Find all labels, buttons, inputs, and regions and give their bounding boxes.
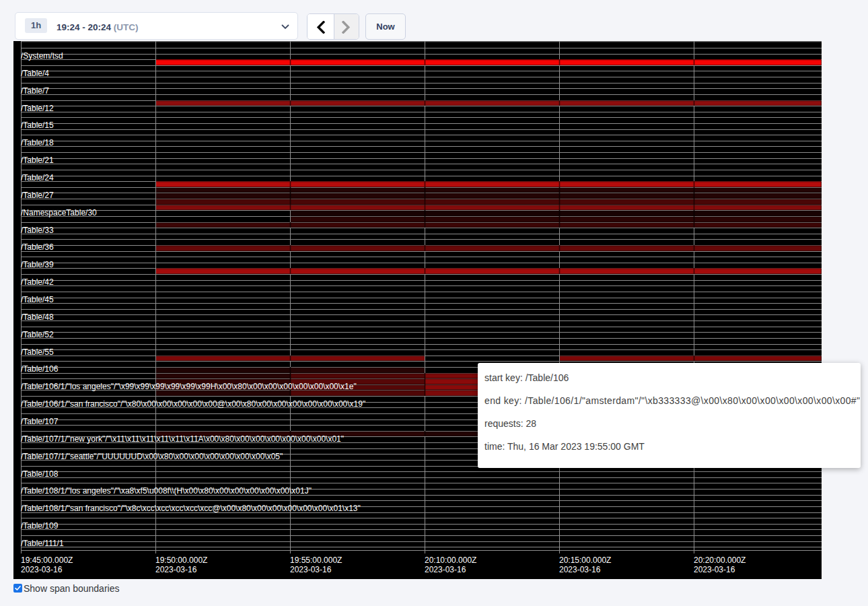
svg-text:2023-03-16: 2023-03-16 bbox=[290, 565, 332, 574]
svg-text:19:50:00.000Z: 19:50:00.000Z bbox=[155, 556, 207, 565]
svg-text:/System/tsd: /System/tsd bbox=[21, 51, 63, 61]
svg-text:/Table/106: /Table/106 bbox=[21, 364, 59, 374]
svg-text:/Table/108: /Table/108 bbox=[21, 469, 59, 479]
svg-text:/Table/48: /Table/48 bbox=[21, 312, 54, 322]
svg-text:/Table/36: /Table/36 bbox=[21, 242, 54, 252]
svg-text:/Table/33: /Table/33 bbox=[21, 226, 54, 235]
svg-text:/Table/12: /Table/12 bbox=[21, 104, 54, 113]
svg-text:/Table/21: /Table/21 bbox=[21, 156, 54, 165]
svg-text:20:15:00.000Z: 20:15:00.000Z bbox=[559, 556, 611, 565]
svg-text:19:55:00.000Z: 19:55:00.000Z bbox=[290, 556, 342, 565]
svg-text:/NamespaceTable/30: /NamespaceTable/30 bbox=[21, 208, 97, 217]
svg-text:/Table/106/1/"san francisco"/": /Table/106/1/"san francisco"/"\x80\x00\x… bbox=[21, 399, 365, 409]
svg-text:/Table/24: /Table/24 bbox=[21, 173, 54, 182]
svg-text:/Table/7: /Table/7 bbox=[21, 86, 49, 96]
svg-text:20:20:00.000Z: 20:20:00.000Z bbox=[694, 556, 746, 565]
svg-text:/Table/18: /Table/18 bbox=[21, 138, 54, 147]
svg-text:/Table/52: /Table/52 bbox=[21, 330, 54, 339]
svg-text:19:45:00.000Z: 19:45:00.000Z bbox=[21, 556, 73, 565]
svg-text:2023-03-16: 2023-03-16 bbox=[21, 565, 63, 574]
svg-text:/Table/106/1/"los angeles"/"\x: /Table/106/1/"los angeles"/"\x99\x99\x99… bbox=[21, 382, 357, 391]
svg-text:/Table/108/1/"los angeles"/"\x: /Table/108/1/"los angeles"/"\xa8\xf5\u00… bbox=[21, 486, 312, 496]
svg-text:20:10:00.000Z: 20:10:00.000Z bbox=[425, 556, 476, 565]
svg-text:/Table/109: /Table/109 bbox=[21, 521, 59, 531]
svg-text:/Table/111/1: /Table/111/1 bbox=[21, 539, 64, 548]
svg-text:/Table/108/1/"san francisco"/": /Table/108/1/"san francisco"/"\x8c\xcc\x… bbox=[21, 504, 361, 513]
svg-text:/Table/45: /Table/45 bbox=[21, 295, 54, 304]
svg-text:/Table/39: /Table/39 bbox=[21, 260, 54, 269]
svg-text:/Table/42: /Table/42 bbox=[21, 277, 54, 287]
svg-text:/Table/107/1/"seattle"/"UUUUUU: /Table/107/1/"seattle"/"UUUUUUD\x00\x80\… bbox=[21, 452, 283, 461]
svg-text:/Table/55: /Table/55 bbox=[21, 347, 54, 357]
svg-text:/Table/15: /Table/15 bbox=[21, 121, 54, 130]
svg-text:/Table/27: /Table/27 bbox=[21, 191, 54, 200]
svg-text:2023-03-16: 2023-03-16 bbox=[425, 565, 466, 574]
svg-text:/Table/4: /Table/4 bbox=[21, 69, 49, 78]
svg-text:2023-03-16: 2023-03-16 bbox=[155, 565, 197, 574]
svg-text:2023-03-16: 2023-03-16 bbox=[694, 565, 735, 574]
svg-text:/Table/107/1/"new york"/"\x11\: /Table/107/1/"new york"/"\x11\x11\x11\x1… bbox=[21, 434, 344, 444]
svg-text:/Table/107: /Table/107 bbox=[21, 417, 59, 426]
svg-text:2023-03-16: 2023-03-16 bbox=[559, 565, 601, 574]
